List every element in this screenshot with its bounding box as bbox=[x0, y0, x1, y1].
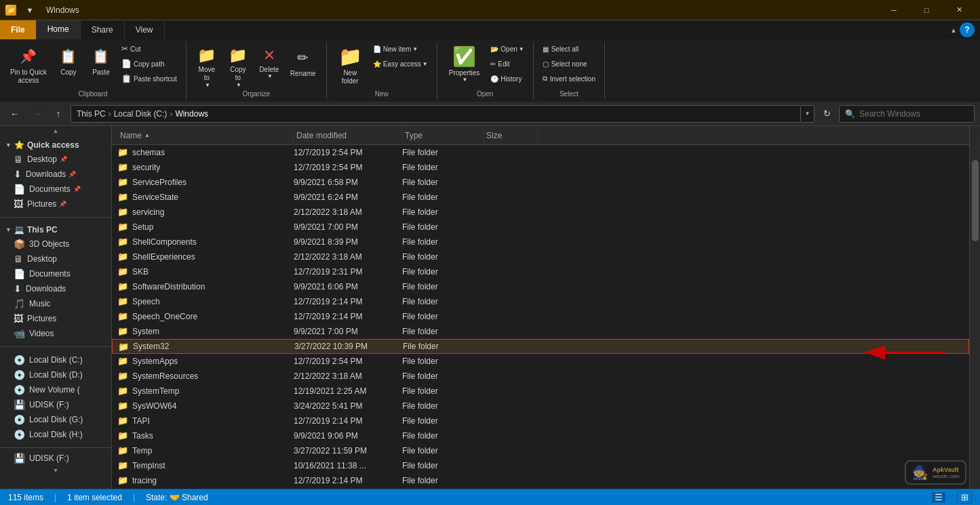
tab-view[interactable]: View bbox=[125, 20, 165, 39]
sidebar-item-pictures-quick[interactable]: 🖼 Pictures 📌 bbox=[0, 197, 111, 211]
quick-access-header[interactable]: ▼ ⭐ Quick access bbox=[0, 138, 111, 152]
table-row[interactable]: 📁 SysWOW64 3/24/2022 5:41 PM File folder bbox=[112, 399, 969, 413]
sidebar-item-videos[interactable]: 📹 Videos bbox=[0, 326, 111, 341]
details-view-button[interactable]: ☰ bbox=[931, 491, 946, 504]
cut-button[interactable]: ✂ Cut bbox=[118, 42, 180, 56]
move-to-button[interactable]: 📁 Moveto ▼ bbox=[192, 43, 222, 89]
copy-to-button[interactable]: 📁 Copyto ▼ bbox=[223, 43, 253, 89]
select-all-button[interactable]: ▦ Select all bbox=[539, 42, 599, 56]
col-header-size[interactable]: Size bbox=[484, 126, 538, 145]
close-button[interactable]: ✕ bbox=[943, 0, 975, 20]
select-group-items: ▦ Select all ▢ Select none ⧉ Invert sele… bbox=[539, 42, 599, 90]
tab-home[interactable]: Home bbox=[37, 20, 81, 39]
table-row[interactable]: 📁 SystemTemp 12/19/2021 2:25 AM File fol… bbox=[112, 384, 969, 399]
maximize-button[interactable]: □ bbox=[911, 0, 942, 20]
tab-file[interactable]: File bbox=[0, 20, 37, 39]
sidebar-item-3d-objects[interactable]: 📦 3D Objects bbox=[0, 237, 111, 251]
history-button[interactable]: 🕐 History bbox=[487, 72, 527, 85]
help-button[interactable]: ? bbox=[960, 22, 975, 37]
address-path[interactable]: This PC › Local Disk (C:) › Windows bbox=[71, 105, 801, 123]
table-row[interactable]: 📁 security 12/7/2019 2:54 PM File folder bbox=[112, 160, 969, 175]
table-row[interactable]: 📁 ServiceProfiles 9/9/2021 6:58 PM File … bbox=[112, 175, 969, 190]
table-row[interactable]: 📁 ShellComponents 9/9/2021 8:39 PM File … bbox=[112, 235, 969, 249]
this-pc-header[interactable]: ▼ 💻 This PC bbox=[0, 223, 111, 237]
table-row[interactable]: 📁 SoftwareDistribution 9/9/2021 6:06 PM … bbox=[112, 279, 969, 294]
forward-button[interactable]: → bbox=[27, 104, 46, 123]
table-row[interactable]: 📁 System 9/9/2021 7:00 PM File folder bbox=[112, 324, 969, 339]
copy-button[interactable]: 📋 Copy bbox=[53, 42, 84, 88]
sidebar-item-desktop[interactable]: 🖥 Desktop bbox=[0, 251, 111, 266]
paste-button[interactable]: 📋 Paste bbox=[85, 42, 117, 88]
sidebar-item-downloads-quick[interactable]: ⬇ Downloads 📌 bbox=[0, 167, 111, 182]
easy-access-button[interactable]: ⭐ Easy access ▼ bbox=[370, 57, 431, 70]
folder-icon: 📁 bbox=[117, 401, 128, 411]
sidebar-item-local-g[interactable]: 💿 Local Disk (G:) bbox=[0, 412, 111, 427]
table-row[interactable]: 📁 Speech 12/7/2019 2:14 PM File folder bbox=[112, 294, 969, 309]
table-row[interactable]: 📁 Tasks 9/9/2021 9:06 PM File folder bbox=[112, 428, 969, 443]
minimize-button[interactable]: ─ bbox=[878, 0, 909, 20]
sidebar-item-new-volume[interactable]: 💿 New Volume ( bbox=[0, 382, 111, 397]
sidebar-scroll-up[interactable]: ▲ bbox=[0, 126, 111, 136]
table-row[interactable]: 📁 System32 3/27/2022 10:39 PM File folde… bbox=[112, 339, 969, 354]
table-row[interactable]: 📁 TAPI 12/7/2019 2:14 PM File folder bbox=[112, 413, 969, 428]
sidebar-item-downloads[interactable]: ⬇ Downloads bbox=[0, 281, 111, 296]
delete-button[interactable]: ✕ Delete ▼ bbox=[254, 43, 284, 89]
edit-button[interactable]: ✏ Edit bbox=[487, 57, 527, 70]
address-dropdown[interactable]: ▼ bbox=[801, 105, 815, 123]
sidebar-scroll-down[interactable]: ▼ bbox=[0, 466, 111, 475]
sidebar-item-music[interactable]: 🎵 Music bbox=[0, 296, 111, 311]
folder-icon: 📁 bbox=[117, 192, 128, 202]
table-row[interactable]: 📁 Setup 9/9/2021 7:00 PM File folder bbox=[112, 220, 969, 235]
file-date-cell: 9/9/2021 6:58 PM bbox=[294, 178, 402, 187]
up-button[interactable]: ↑ bbox=[49, 104, 68, 123]
sidebar-item-documents[interactable]: 📄 Documents bbox=[0, 266, 111, 281]
rename-button[interactable]: ✏ Rename bbox=[286, 43, 321, 89]
new-folder-button[interactable]: 📁 Newfolder bbox=[332, 42, 368, 88]
properties-button[interactable]: ✅ Properties ▼ bbox=[443, 42, 486, 88]
back-button[interactable]: ← bbox=[5, 104, 24, 123]
path-segment-this-pc[interactable]: This PC bbox=[77, 109, 106, 119]
path-segment-windows[interactable]: Windows bbox=[175, 109, 208, 119]
sidebar-item-documents-quick[interactable]: 📄 Documents 📌 bbox=[0, 182, 111, 197]
table-row[interactable]: 📁 schemas 12/7/2019 2:54 PM File folder bbox=[112, 145, 969, 160]
file-type-cell: File folder bbox=[402, 267, 484, 277]
sidebar-item-desktop-quick[interactable]: 🖥 Desktop 📌 bbox=[0, 152, 111, 167]
invert-selection-icon: ⧉ bbox=[543, 75, 547, 83]
col-header-type[interactable]: Type bbox=[402, 126, 484, 145]
pin-quick-access-button[interactable]: 📌 Pin to Quickaccess bbox=[5, 42, 52, 88]
invert-selection-button[interactable]: ⧉ Invert selection bbox=[539, 72, 599, 85]
sidebar-item-local-d[interactable]: 💿 Local Disk (D:) bbox=[0, 367, 111, 382]
copy-path-button[interactable]: 📄 Copy path bbox=[118, 57, 180, 70]
select-none-button[interactable]: ▢ Select none bbox=[539, 57, 599, 70]
table-row[interactable]: 📁 ShellExperiences 2/12/2022 3:18 AM Fil… bbox=[112, 249, 969, 264]
quick-access-down-btn[interactable]: ▼ bbox=[20, 1, 39, 20]
table-row[interactable]: 📁 ServiceState 9/9/2021 6:24 PM File fol… bbox=[112, 190, 969, 205]
sidebar-item-udisk-f[interactable]: 💾 UDISK (F:) bbox=[0, 397, 111, 412]
table-row[interactable]: 📁 TempInst 10/16/2021 11:38 ... File fol… bbox=[112, 458, 969, 473]
tab-share[interactable]: Share bbox=[81, 20, 125, 39]
table-row[interactable]: 📁 servicing 2/12/2022 3:18 AM File folde… bbox=[112, 205, 969, 220]
item-count: 115 items bbox=[8, 493, 43, 502]
col-header-date[interactable]: Date modified bbox=[294, 126, 402, 145]
path-segment-local-disk[interactable]: Local Disk (C:) bbox=[114, 109, 168, 119]
file-name-cell: 📁 SystemTemp bbox=[117, 386, 294, 396]
paste-shortcut-button[interactable]: 📋 Paste shortcut bbox=[118, 72, 180, 85]
refresh-button[interactable]: ↻ bbox=[817, 104, 836, 123]
open-button[interactable]: 📂 Open ▼ bbox=[487, 42, 527, 56]
ribbon-collapse-icon[interactable]: ▲ bbox=[950, 26, 957, 34]
tiles-view-button[interactable]: ⊞ bbox=[957, 491, 972, 504]
sidebar-item-local-h[interactable]: 💿 Local Disk (H:) bbox=[0, 427, 111, 442]
sidebar-item-udisk-f2[interactable]: 💾 UDISK (F:) bbox=[0, 451, 111, 466]
table-row[interactable]: 📁 Speech_OneCore 12/7/2019 2:14 PM File … bbox=[112, 309, 969, 324]
table-row[interactable]: 📁 tracing 12/7/2019 2:14 PM File folder bbox=[112, 473, 969, 488]
search-input[interactable] bbox=[859, 109, 954, 119]
new-item-button[interactable]: 📄 New item ▼ bbox=[370, 42, 431, 56]
table-row[interactable]: 📁 SKB 12/7/2019 2:31 PM File folder bbox=[112, 264, 969, 279]
scrollbar-thumb[interactable] bbox=[972, 160, 979, 241]
table-row[interactable]: 📁 SystemApps 12/7/2019 2:54 PM File fold… bbox=[112, 354, 969, 369]
sidebar-item-local-c[interactable]: 💿 Local Disk (C:) bbox=[0, 352, 111, 367]
col-header-name[interactable]: Name ▲ bbox=[117, 126, 294, 145]
sidebar-item-pictures[interactable]: 🖼 Pictures bbox=[0, 311, 111, 326]
table-row[interactable]: 📁 SystemResources 2/12/2022 3:18 AM File… bbox=[112, 369, 969, 384]
table-row[interactable]: 📁 Temp 3/27/2022 11:59 PM File folder bbox=[112, 443, 969, 458]
